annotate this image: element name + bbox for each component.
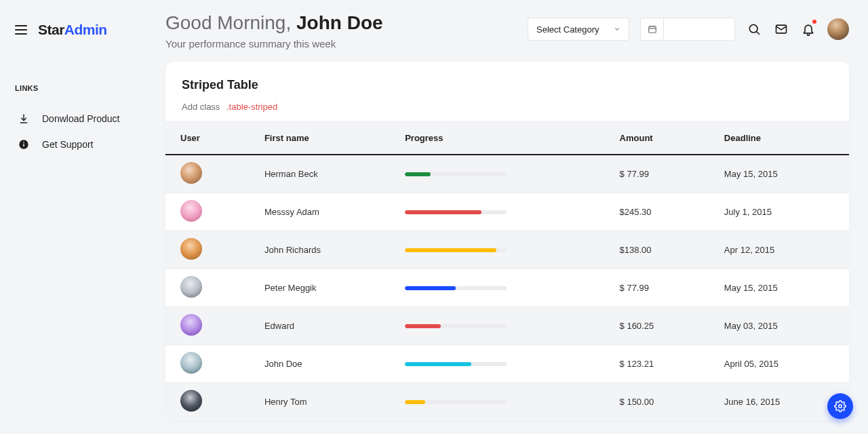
table-row: Herman Beck $ 77.99 May 15, 2015 bbox=[165, 155, 849, 193]
progress-track bbox=[405, 286, 507, 290]
cell-user bbox=[165, 307, 250, 345]
striped-table-card: Striped Table Add class .table-striped U… bbox=[165, 62, 849, 420]
cell-name: Messsy Adam bbox=[250, 193, 390, 231]
brand-part-1: Star bbox=[38, 22, 64, 37]
row-avatar bbox=[180, 162, 202, 184]
cell-progress bbox=[390, 307, 604, 345]
col-deadline: Deadline bbox=[709, 122, 849, 155]
sidebar-section-title: LINKS bbox=[15, 84, 137, 92]
cell-name: Henry Tom bbox=[250, 383, 390, 421]
greeting-prefix: Good Morning, bbox=[165, 12, 296, 33]
cell-user bbox=[165, 193, 250, 231]
cell-user bbox=[165, 269, 250, 307]
gear-icon bbox=[834, 400, 846, 412]
row-avatar bbox=[180, 314, 202, 336]
sidebar-item-label: Donwload Product bbox=[42, 113, 119, 124]
mail-icon[interactable] bbox=[773, 21, 789, 37]
cell-deadline: July 1, 2015 bbox=[709, 193, 849, 231]
chevron-down-icon bbox=[614, 26, 620, 33]
brand-part-2: Admin bbox=[64, 22, 107, 37]
card-sub-prefix: Add class bbox=[182, 102, 220, 112]
cell-amount: $138.00 bbox=[605, 231, 709, 269]
progress-bar bbox=[405, 286, 456, 290]
table-row: Edward $ 160.25 May 03, 2015 bbox=[165, 307, 849, 345]
settings-fab[interactable] bbox=[827, 393, 853, 419]
progress-track bbox=[405, 248, 507, 252]
main-content: Good Morning, John Doe Your performance … bbox=[152, 0, 868, 434]
search-icon[interactable] bbox=[746, 21, 762, 37]
row-avatar bbox=[180, 276, 202, 298]
progress-bar bbox=[405, 324, 441, 328]
progress-track bbox=[405, 362, 507, 366]
card-title: Striped Table bbox=[182, 78, 833, 92]
col-amount: Amount bbox=[605, 122, 709, 155]
sidebar-item-download[interactable]: Donwload Product bbox=[15, 106, 137, 132]
table-row: Messsy Adam $245.30 July 1, 2015 bbox=[165, 193, 849, 231]
progress-bar bbox=[405, 210, 481, 214]
sidebar: StarAdmin LINKS Donwload Product Get Sup… bbox=[0, 0, 152, 434]
download-icon bbox=[18, 113, 30, 125]
cell-amount: $ 160.25 bbox=[605, 307, 709, 345]
progress-bar bbox=[405, 248, 496, 252]
svg-rect-1 bbox=[23, 144, 24, 147]
date-input[interactable] bbox=[664, 18, 734, 40]
header-actions: Select Category bbox=[528, 18, 849, 41]
table-row: Peter Meggik $ 77.99 May 15, 2015 bbox=[165, 269, 849, 307]
cell-amount: $ 123.21 bbox=[605, 345, 709, 383]
bell-icon[interactable] bbox=[800, 21, 816, 37]
cell-progress bbox=[390, 383, 604, 421]
cell-deadline: May 15, 2015 bbox=[709, 155, 849, 193]
cell-user bbox=[165, 383, 250, 421]
progress-track bbox=[405, 210, 507, 214]
col-user: User bbox=[165, 122, 250, 155]
cell-progress bbox=[390, 155, 604, 193]
greeting-user: John Doe bbox=[296, 12, 383, 33]
striped-table: User First name Progress Amount Deadline… bbox=[165, 121, 849, 420]
row-avatar bbox=[180, 238, 202, 260]
greeting: Good Morning, John Doe Your performance … bbox=[165, 12, 383, 50]
cell-amount: $245.30 bbox=[605, 193, 709, 231]
page-title: Good Morning, John Doe bbox=[165, 12, 383, 34]
hamburger-icon[interactable] bbox=[15, 25, 27, 35]
svg-line-8 bbox=[757, 32, 760, 35]
col-firstname: First name bbox=[250, 122, 390, 155]
card-sub-code: .table-striped bbox=[226, 102, 277, 112]
cell-deadline: April 05, 2015 bbox=[709, 345, 849, 383]
svg-rect-2 bbox=[23, 142, 24, 142]
table-row: John Doe $ 123.21 April 05, 2015 bbox=[165, 345, 849, 383]
progress-track bbox=[405, 324, 507, 328]
brand-logo[interactable]: StarAdmin bbox=[38, 22, 107, 38]
progress-bar bbox=[405, 362, 471, 366]
cell-progress bbox=[390, 269, 604, 307]
info-icon bbox=[18, 138, 30, 151]
table-row: Henry Tom $ 150.00 June 16, 2015 bbox=[165, 383, 849, 421]
cell-user bbox=[165, 155, 250, 193]
cell-deadline: May 03, 2015 bbox=[709, 307, 849, 345]
cell-progress bbox=[390, 345, 604, 383]
progress-bar bbox=[405, 172, 431, 176]
row-avatar bbox=[180, 390, 202, 412]
cell-amount: $ 77.99 bbox=[605, 269, 709, 307]
cell-name: Peter Meggik bbox=[250, 269, 390, 307]
date-picker[interactable] bbox=[640, 18, 735, 41]
row-avatar bbox=[180, 200, 202, 222]
sidebar-item-support[interactable]: Get Support bbox=[15, 132, 137, 157]
table-row: John Richards $138.00 Apr 12, 2015 bbox=[165, 231, 849, 269]
page-subtitle: Your performance summary this week bbox=[165, 38, 383, 50]
cell-amount: $ 150.00 bbox=[605, 383, 709, 421]
user-avatar[interactable] bbox=[827, 18, 849, 40]
col-progress: Progress bbox=[390, 122, 604, 155]
progress-bar bbox=[405, 400, 425, 404]
cell-name: John Richards bbox=[250, 231, 390, 269]
cell-progress bbox=[390, 193, 604, 231]
progress-track bbox=[405, 172, 507, 176]
sidebar-item-label: Get Support bbox=[42, 139, 94, 150]
card-subtitle: Add class .table-striped bbox=[182, 102, 833, 112]
category-select[interactable]: Select Category bbox=[528, 18, 629, 41]
cell-user bbox=[165, 231, 250, 269]
svg-point-10 bbox=[839, 405, 842, 408]
cell-deadline: May 15, 2015 bbox=[709, 269, 849, 307]
cell-deadline: Apr 12, 2015 bbox=[709, 231, 849, 269]
progress-track bbox=[405, 400, 507, 404]
cell-user bbox=[165, 345, 250, 383]
